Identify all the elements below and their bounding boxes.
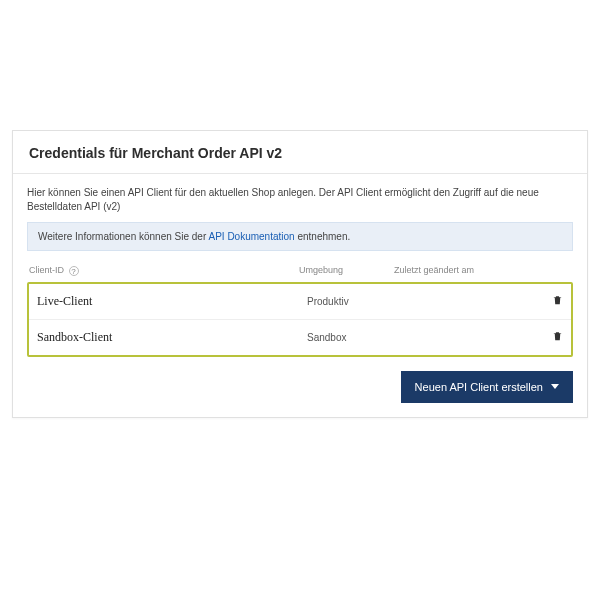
chevron-down-icon	[551, 384, 559, 389]
table-header: Client-ID ? Umgebung Zuletzt geändert am	[27, 261, 573, 282]
table-row[interactable]: Live-Client Produktiv	[29, 284, 571, 319]
col-client-id: Client-ID ?	[29, 265, 299, 276]
button-bar: Neuen API Client erstellen	[27, 371, 573, 403]
page-title: Credentials für Merchant Order API v2	[29, 145, 571, 161]
client-rows-highlight: Live-Client Produktiv Sandbox-Client San…	[27, 282, 573, 357]
credentials-card: Credentials für Merchant Order API v2 Hi…	[12, 130, 588, 418]
create-client-button[interactable]: Neuen API Client erstellen	[401, 371, 573, 403]
api-doc-link[interactable]: API Dokumentation	[208, 231, 294, 242]
trash-icon[interactable]	[552, 296, 563, 308]
trash-icon[interactable]	[552, 332, 563, 344]
table-row[interactable]: Sandbox-Client Sandbox	[29, 319, 571, 355]
card-header: Credentials für Merchant Order API v2	[13, 131, 587, 174]
help-icon[interactable]: ?	[69, 266, 79, 276]
col-modified: Zuletzt geändert am	[394, 265, 514, 276]
description-text: Hier können Sie einen API Client für den…	[27, 186, 573, 214]
card-body: Hier können Sie einen API Client für den…	[13, 174, 587, 417]
cell-environment: Produktiv	[307, 296, 402, 307]
col-client-id-label: Client-ID	[29, 265, 64, 275]
info-alert: Weitere Informationen können Sie der API…	[27, 222, 573, 251]
info-suffix: entnehmen.	[295, 231, 351, 242]
create-client-label: Neuen API Client erstellen	[415, 381, 543, 393]
cell-environment: Sandbox	[307, 332, 402, 343]
cell-client-id: Sandbox-Client	[37, 330, 307, 345]
col-actions	[514, 265, 571, 276]
col-environment: Umgebung	[299, 265, 394, 276]
info-prefix: Weitere Informationen können Sie der	[38, 231, 208, 242]
cell-client-id: Live-Client	[37, 294, 307, 309]
